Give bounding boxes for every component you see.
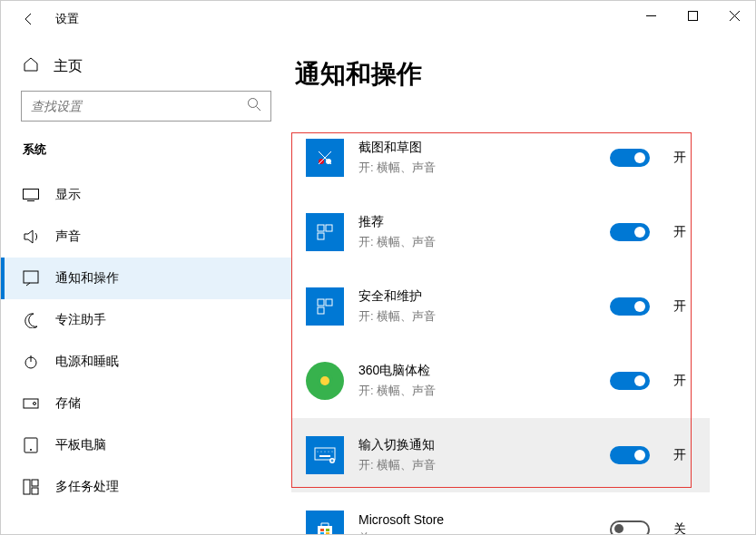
svg-rect-18 <box>326 299 332 306</box>
notifications-icon <box>23 270 39 287</box>
svg-rect-31 <box>326 529 329 531</box>
maximize-button[interactable] <box>672 1 713 30</box>
display-icon <box>23 189 39 201</box>
tablet-icon <box>23 437 39 453</box>
app-row-security[interactable]: 安全和维护开: 横幅、声音 开 <box>291 269 710 344</box>
svg-rect-14 <box>318 225 324 231</box>
toggle-state: 开 <box>673 150 695 166</box>
nav-item-display[interactable]: 显示 <box>1 174 291 216</box>
nav-group-title: 系统 <box>23 141 270 158</box>
nav-label: 电源和睡眠 <box>55 354 119 370</box>
nav-item-sound[interactable]: 声音 <box>1 216 291 258</box>
app-icon-store <box>306 511 344 534</box>
nav-label: 专注助手 <box>55 312 106 328</box>
app-subtitle: 开: 横幅、声音 <box>358 457 595 473</box>
svg-rect-32 <box>320 532 324 534</box>
nav-item-notifications[interactable]: 通知和操作 <box>1 258 291 299</box>
toggle-360[interactable] <box>610 372 650 390</box>
svg-point-21 <box>320 376 329 385</box>
toggle-state: 开 <box>673 447 695 463</box>
minimize-button[interactable] <box>630 1 672 30</box>
nav-label: 声音 <box>55 229 81 245</box>
svg-rect-30 <box>320 529 324 531</box>
nav-item-power-sleep[interactable]: 电源和睡眠 <box>1 341 291 383</box>
nav-label: 多任务处理 <box>55 479 119 495</box>
nav-label: 通知和操作 <box>55 270 119 287</box>
app-subtitle: 关 <box>358 530 595 534</box>
toggle-state: 开 <box>673 373 695 389</box>
app-icon-360 <box>306 362 344 400</box>
nav-label: 平板电脑 <box>55 437 106 453</box>
svg-point-8 <box>30 449 32 451</box>
toggle-snip[interactable] <box>610 149 650 167</box>
app-icon-tile <box>306 213 344 251</box>
app-name: 推荐 <box>358 214 595 230</box>
app-name: 截图和草图 <box>358 140 595 156</box>
svg-rect-3 <box>24 271 38 283</box>
app-row-msstore[interactable]: Microsoft Store关 关 <box>291 492 710 534</box>
multitask-icon <box>23 479 39 495</box>
search-icon <box>247 97 261 115</box>
svg-point-6 <box>34 403 36 405</box>
app-row-360[interactable]: 360电脑体检开: 横幅、声音 开 <box>291 344 710 418</box>
window-title: 设置 <box>55 11 79 27</box>
moon-icon <box>23 312 39 328</box>
svg-rect-15 <box>326 225 332 231</box>
svg-rect-17 <box>318 299 324 306</box>
svg-point-23 <box>317 451 318 452</box>
search-box[interactable] <box>21 91 271 122</box>
nav-label: 显示 <box>55 187 81 203</box>
svg-rect-11 <box>32 488 38 494</box>
svg-point-27 <box>331 451 332 452</box>
toggle-state: 开 <box>673 224 695 240</box>
svg-point-26 <box>328 451 329 452</box>
svg-rect-19 <box>318 307 324 314</box>
home-label: 主页 <box>54 57 83 76</box>
svg-point-25 <box>324 451 325 452</box>
app-subtitle: 开: 横幅、声音 <box>358 234 595 250</box>
svg-rect-2 <box>24 190 39 199</box>
notification-senders-list: 截图和草图开: 横幅、声音 开 推荐开: 横幅、声音 开 安全和维护开: 横幅、… <box>291 121 710 534</box>
svg-rect-33 <box>326 532 329 534</box>
home-link[interactable]: 主页 <box>1 51 291 91</box>
toggle-msstore[interactable] <box>610 520 650 534</box>
nav-label: 存储 <box>55 395 81 412</box>
svg-rect-0 <box>688 11 697 20</box>
main-content: 通知和操作 截图和草图开: 横幅、声音 开 推荐开: 横幅、声音 开 安全和维护… <box>291 37 755 534</box>
svg-point-1 <box>249 99 258 108</box>
storage-icon <box>23 395 39 412</box>
sound-icon <box>23 229 39 245</box>
svg-point-24 <box>320 451 321 452</box>
nav-item-storage[interactable]: 存储 <box>1 383 291 424</box>
home-icon <box>23 56 39 76</box>
toggle-recommendation[interactable] <box>610 223 650 241</box>
nav-item-multitasking[interactable]: 多任务处理 <box>1 466 291 508</box>
app-name: Microsoft Store <box>358 512 595 527</box>
app-icon-tile <box>306 287 344 326</box>
back-button[interactable] <box>19 10 37 28</box>
app-name: 输入切换通知 <box>358 437 595 453</box>
app-icon-keyboard <box>306 436 344 474</box>
app-row-snip[interactable]: 截图和草图开: 横幅、声音 开 <box>291 121 710 195</box>
svg-rect-16 <box>318 233 324 239</box>
toggle-security[interactable] <box>610 297 650 316</box>
app-subtitle: 开: 横幅、声音 <box>358 160 595 176</box>
sidebar: 主页 系统 显示 声音 通知和操作 专注助手 电源和睡眠 存储 平板电脑 多任务… <box>1 37 291 534</box>
search-input[interactable] <box>31 99 247 113</box>
close-button[interactable] <box>713 1 755 30</box>
toggle-state: 关 <box>673 521 695 534</box>
svg-rect-10 <box>32 480 38 486</box>
toggle-state: 开 <box>673 298 695 315</box>
nav-item-focus-assist[interactable]: 专注助手 <box>1 299 291 341</box>
app-subtitle: 开: 横幅、声音 <box>358 383 595 399</box>
app-subtitle: 开: 横幅、声音 <box>358 308 595 325</box>
toggle-input-switch[interactable] <box>610 446 650 464</box>
nav: 显示 声音 通知和操作 专注助手 电源和睡眠 存储 平板电脑 多任务处理 <box>1 174 291 508</box>
svg-rect-9 <box>24 480 30 494</box>
power-icon <box>23 354 39 370</box>
page-title: 通知和操作 <box>295 57 710 92</box>
app-name: 安全和维护 <box>358 288 595 305</box>
nav-item-tablet[interactable]: 平板电脑 <box>1 424 291 466</box>
app-row-recommendation[interactable]: 推荐开: 横幅、声音 开 <box>291 195 710 269</box>
app-row-input-switch[interactable]: 输入切换通知开: 横幅、声音 开 <box>291 418 710 492</box>
